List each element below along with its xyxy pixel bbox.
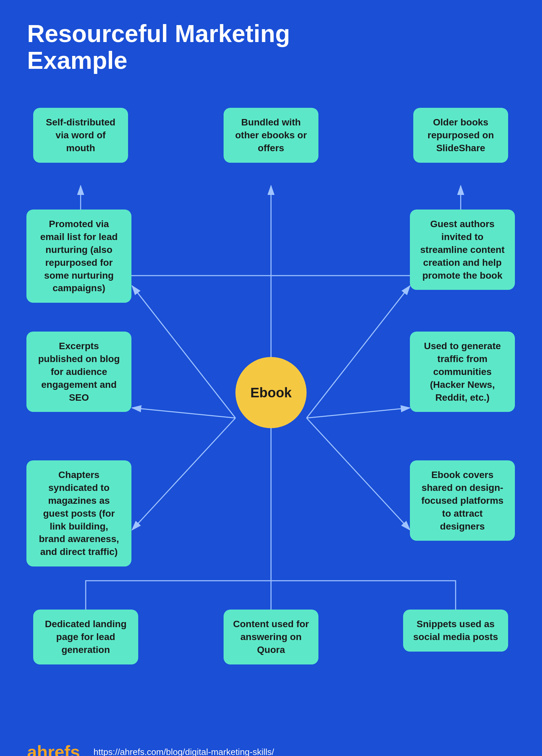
logo-a: a: [27, 742, 37, 756]
svg-line-5: [132, 408, 235, 418]
card-top-right: Older books repurposed on SlideShare: [413, 108, 508, 162]
card-lower-right: Ebook covers shared on design-focused pl…: [410, 460, 515, 541]
svg-line-7: [132, 418, 235, 530]
center-label: Ebook: [250, 385, 292, 400]
ahrefs-logo: ahrefs: [27, 742, 80, 756]
svg-line-3: [132, 286, 235, 418]
logo-rest: hrefs: [37, 742, 80, 756]
card-bot-center: Content used for answering on Quora: [224, 610, 318, 664]
card-top-center: Bundled with other ebooks or offers: [224, 108, 318, 162]
card-top-left: Self-distributed via word of mouth: [33, 108, 128, 162]
center-node: Ebook: [235, 357, 307, 428]
card-bot-right: Snippets used as social media posts: [403, 610, 508, 652]
svg-line-6: [307, 408, 410, 418]
main-title: Resourceful MarketingExample: [0, 0, 542, 87]
card-bot-left: Dedicated landing page for lead generati…: [33, 610, 138, 664]
card-lower-left: Chapters syndicated to magazines as gues…: [26, 460, 131, 566]
svg-line-8: [307, 418, 410, 530]
svg-line-4: [307, 286, 410, 418]
card-center-left: Excerpts published on blog for audience …: [26, 332, 131, 412]
card-mid-left: Promoted via email list for lead nurturi…: [26, 210, 131, 303]
card-center-right: Used to generate traffic from communitie…: [410, 332, 515, 412]
footer-url: https://ahrefs.com/blog/digital-marketin…: [93, 747, 274, 756]
card-mid-right: Guest authors invited to streamline cont…: [410, 210, 515, 290]
